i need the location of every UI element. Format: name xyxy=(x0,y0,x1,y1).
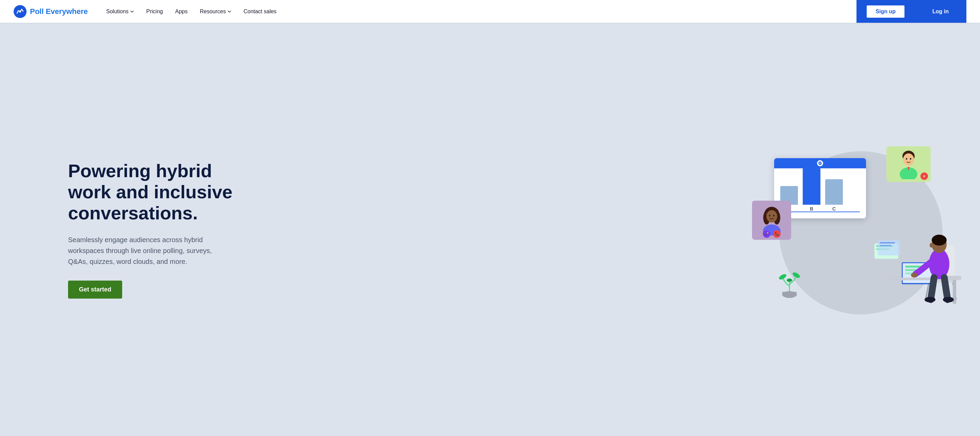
poll-logo-small xyxy=(817,160,823,166)
chart-bars: A B C xyxy=(780,173,860,212)
logo-link[interactable]: Poll Everywhere xyxy=(14,5,88,18)
svg-point-12 xyxy=(910,158,911,160)
chevron-down-icon xyxy=(227,10,231,14)
bar-label-c: C xyxy=(832,206,836,212)
get-started-button[interactable]: Get started xyxy=(68,281,122,299)
svg-point-1 xyxy=(19,11,21,13)
logo-icon xyxy=(14,5,27,18)
nav-pricing[interactable]: Pricing xyxy=(142,6,168,17)
nav-contact[interactable]: Contact sales xyxy=(239,6,282,17)
video-thumb-left: 🎤 📞 xyxy=(752,201,791,240)
nav-apps[interactable]: Apps xyxy=(170,6,192,17)
svg-point-37 xyxy=(943,297,954,302)
mic-button[interactable]: 🎤 xyxy=(763,230,770,238)
hero-title: Powering hybrid work and inclusive conve… xyxy=(68,160,245,224)
bar-b-group: B xyxy=(803,168,821,212)
bar-b xyxy=(803,168,821,205)
nav-links: Solutions Pricing Apps Resources Contact… xyxy=(102,6,856,17)
bar-c-group: C xyxy=(825,179,843,212)
svg-point-10 xyxy=(903,154,914,166)
signup-button[interactable]: Sign up xyxy=(866,5,905,18)
svg-point-35 xyxy=(911,273,918,277)
bar-label-b: B xyxy=(810,206,813,212)
svg-point-16 xyxy=(778,273,788,280)
svg-point-36 xyxy=(924,297,935,302)
plant-illustration xyxy=(778,264,801,299)
nav-resources[interactable]: Resources xyxy=(195,6,236,17)
svg-point-5 xyxy=(766,210,777,222)
chart-titlebar xyxy=(774,158,866,168)
call-icons: 🎤 📞 xyxy=(763,230,781,238)
svg-point-18 xyxy=(787,279,792,282)
video-mic-icon: ⊕ xyxy=(920,173,928,180)
person-sitting xyxy=(886,205,961,308)
login-button[interactable]: Log in xyxy=(921,0,959,23)
bar-c xyxy=(825,179,843,205)
svg-point-33 xyxy=(932,235,947,246)
svg-point-17 xyxy=(792,271,801,279)
hero-illustration: 🎤 📞 ⊕ xyxy=(742,141,980,318)
hangup-button[interactable]: 📞 xyxy=(773,230,781,238)
nav-right-actions: Sign up Log in xyxy=(856,0,966,23)
man-avatar xyxy=(895,149,922,179)
navbar: Poll Everywhere Solutions Pricing Apps R… xyxy=(0,0,980,23)
hero-subtitle: Seamlessly engage audiences across hybri… xyxy=(68,234,218,267)
nav-solutions[interactable]: Solutions xyxy=(102,6,139,17)
svg-point-6 xyxy=(769,215,770,217)
svg-point-34 xyxy=(930,243,933,247)
chevron-down-icon xyxy=(130,10,134,14)
video-thumb-right: ⊕ xyxy=(886,146,931,182)
hero-content: Powering hybrid work and inclusive conve… xyxy=(68,160,245,299)
svg-point-7 xyxy=(773,215,775,217)
hero-section: Powering hybrid work and inclusive conve… xyxy=(0,23,980,436)
svg-point-11 xyxy=(906,158,907,160)
logo-text: Poll Everywhere xyxy=(30,7,88,16)
